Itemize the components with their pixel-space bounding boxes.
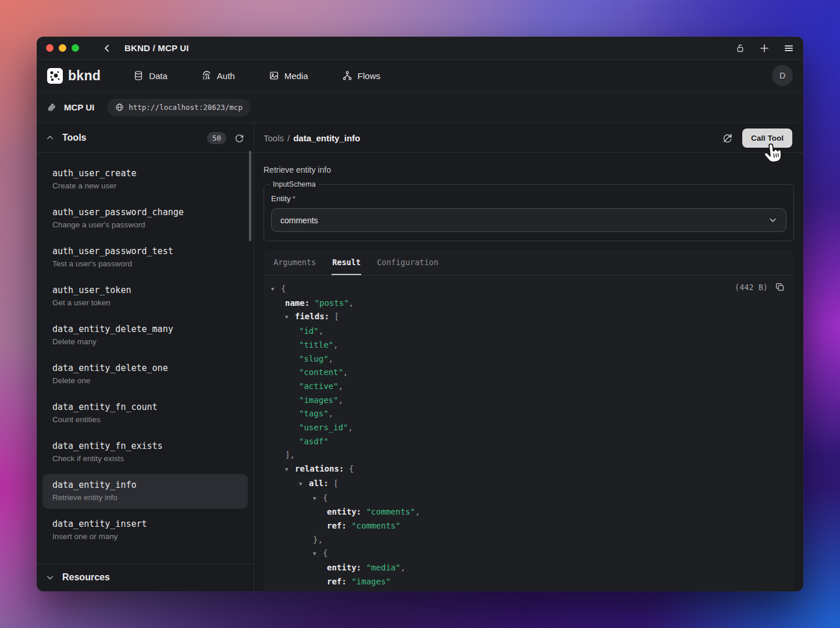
tab-configuration[interactable]: Configuration [376,251,439,275]
json-line: "title", [264,338,785,352]
minimize-window-button[interactable] [59,44,66,52]
tool-list-item[interactable]: data_entity_infoRetrieve entity info [42,474,248,509]
json-line: ref: "images" [264,575,785,589]
result-size-label: (442 B) [735,283,768,292]
nav-item-media[interactable]: Media [269,70,308,81]
json-line[interactable]: ▼relations: { [264,462,785,477]
zoom-window-button[interactable] [72,44,79,52]
tool-description: Insert one or many [52,532,238,541]
menu-icon[interactable] [784,43,794,53]
collapse-triangle-icon[interactable]: ▼ [285,311,295,324]
collapse-triangle-icon[interactable]: ▼ [271,283,281,297]
tools-section-header[interactable]: Tools 50 [37,123,254,153]
new-tab-icon[interactable] [759,43,770,53]
collapse-triangle-icon[interactable]: ▼ [285,463,295,477]
avatar-initial: D [780,71,785,80]
tool-list-item[interactable]: data_entity_fn_existsCheck if entity exi… [42,435,248,470]
tool-description: Retrieve entity info [264,153,794,176]
tool-detail-header: Tools/data_entity_info Call Tool [254,123,803,153]
mcp-ui-title: MCP UI [64,102,94,112]
tool-list-item[interactable]: data_entity_insertInsert one or many [42,513,248,548]
window-controls [46,44,79,52]
json-line[interactable]: ▼{ [264,491,785,506]
nav-bar: bknd Data Auth Media [37,60,803,92]
json-line: "tags", [264,407,785,421]
json-line: name: "posts", [264,297,785,311]
breadcrumb: Tools/data_entity_info [264,133,360,143]
entity-select-value: comments [280,216,318,225]
tool-description: Count entities [52,415,238,424]
json-line: ], [264,448,785,462]
chevron-down-icon [768,216,777,224]
auto-refresh-off-icon[interactable] [722,133,733,144]
lock-icon[interactable] [735,43,745,53]
tool-list-item[interactable]: auth_user_password_changeChange a user's… [42,201,248,236]
json-line: "content", [264,366,785,380]
fingerprint-icon [201,70,212,81]
tool-list-item[interactable]: auth_user_password_testTest a user's pas… [42,240,248,275]
sidebar-scrollbar[interactable] [249,151,251,241]
json-line: ref: "comments" [264,519,785,533]
tool-list-item[interactable]: data_entity_delete_manyDelete many [42,318,248,353]
tools-count-badge: 50 [207,132,226,144]
tool-list-item[interactable]: auth_user_createCreate a new user [42,162,248,197]
desktop: { "window": { "title": "BKND / MCP UI" }… [0,0,840,628]
user-avatar[interactable]: D [772,65,793,86]
json-line[interactable]: ▼{ [264,282,785,297]
tool-name: auth_user_password_change [52,207,238,217]
tool-detail-panel: Tools/data_entity_info Call Tool Retriev… [254,123,803,591]
nav-item-label: Auth [217,71,235,81]
nav-item-flows[interactable]: Flows [342,70,380,81]
tool-description: Delete many [52,337,238,346]
result-panel: ArgumentsResultConfiguration ▼{name: "po… [264,250,794,591]
tab-result[interactable]: Result [332,251,361,275]
breadcrumb-current: data_entity_info [293,133,360,143]
tool-description: Change a user's password [52,220,238,229]
breadcrumb-section[interactable]: Tools [264,133,284,143]
json-line: "slug", [264,352,785,366]
nav-item-auth[interactable]: Auth [201,70,235,81]
copy-icon[interactable] [775,282,785,292]
collapse-triangle-icon[interactable]: ▼ [299,477,309,491]
tool-name: auth_user_create [52,168,238,179]
json-line: "active", [264,380,785,394]
json-line[interactable]: ▼all: [ [264,477,785,491]
window-title: BKND / MCP UI [124,43,189,53]
back-button[interactable] [102,44,112,53]
refresh-tools-icon[interactable] [234,133,244,143]
nav-item-label: Data [149,71,168,81]
json-line[interactable]: ▼fields: [ [264,310,785,324]
json-line: "asdf" [264,435,785,449]
nav-item-data[interactable]: Data [133,70,168,81]
tool-list-item[interactable]: data_entity_delete_oneDelete one [42,357,248,392]
tool-description: Test a user's password [52,259,238,268]
brand-logo[interactable]: bknd [47,68,101,84]
tool-name: data_entity_info [52,480,238,490]
app-window: BKND / MCP UI bknd Data [37,37,803,591]
collapse-triangle-icon[interactable]: ▼ [313,547,323,561]
tool-name: data_entity_fn_exists [52,441,238,451]
json-line: entity: "media", [264,561,785,575]
collapse-triangle-icon[interactable]: ▼ [313,492,323,506]
bknd-logo-icon [47,68,63,84]
json-line: entity: "comments", [264,505,785,519]
tool-name: data_entity_delete_one [52,363,238,373]
tool-name: auth_user_token [52,285,238,295]
input-schema-legend: InputSchema [270,180,319,188]
tool-name: auth_user_password_test [52,246,238,256]
tool-list-item[interactable]: data_entity_fn_countCount entities [42,396,248,431]
close-window-button[interactable] [46,44,54,52]
json-line: "images", [264,394,785,408]
tool-name: data_entity_fn_count [52,402,238,412]
tool-description: Check if entity exists [52,454,238,463]
tools-section-title: Tools [62,133,86,143]
nav-item-label: Flows [358,71,380,81]
call-tool-button[interactable]: Call Tool [742,129,792,148]
tab-arguments[interactable]: Arguments [273,251,316,275]
tool-name: data_entity_delete_many [52,324,238,334]
mcp-url-pill[interactable]: http://localhost:28623/mcp [107,99,251,116]
tool-list-item[interactable]: auth_user_tokenGet a user token [42,279,248,314]
resources-section-header[interactable]: Resources [37,563,254,591]
json-line[interactable]: ▼{ [264,547,785,561]
entity-select[interactable]: comments [271,208,786,232]
